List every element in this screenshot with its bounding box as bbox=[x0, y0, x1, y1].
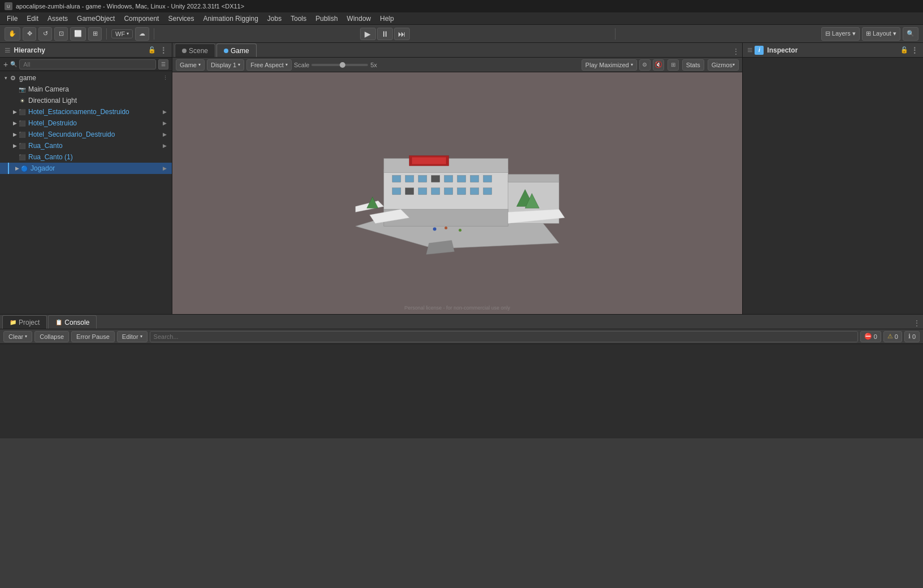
tree-item-rua-canto[interactable]: ▶ ⬛ Rua_Canto ▶ bbox=[0, 140, 172, 151]
warning-count-badge[interactable]: ⚠ 0 bbox=[883, 331, 902, 342]
play-maximized-arrow: ▾ bbox=[631, 62, 633, 67]
menu-services[interactable]: Services bbox=[163, 12, 198, 24]
svg-rect-11 bbox=[470, 176, 479, 182]
menu-component[interactable]: Component bbox=[119, 12, 163, 24]
tree-item-hotel-dest[interactable]: ▶ ⬛ Hotel_Destruido ▶ bbox=[0, 117, 172, 129]
move-tool-btn[interactable]: ✥ bbox=[23, 27, 36, 41]
layout-btn[interactable]: ⊞ Layout ▾ bbox=[862, 27, 900, 41]
cloud-btn[interactable]: ☁ bbox=[135, 27, 149, 41]
view-tabs-menu[interactable]: ⋮ bbox=[732, 47, 740, 56]
scale-tool-btn[interactable]: ⊡ bbox=[54, 27, 68, 41]
rotate-tool-btn[interactable]: ↺ bbox=[38, 27, 52, 41]
console-tab[interactable]: 📋 Console bbox=[48, 315, 97, 329]
info-count-badge[interactable]: ℹ 0 bbox=[904, 331, 920, 342]
menu-publish[interactable]: Publish bbox=[311, 12, 342, 24]
tree-item-main-camera[interactable]: 📷 Main Camera bbox=[0, 84, 172, 95]
tree-options-game[interactable]: ⋮ bbox=[163, 75, 170, 81]
bottom-tabs-menu[interactable]: ⋮ bbox=[913, 319, 921, 328]
display-btn[interactable]: Display 1 ▾ bbox=[207, 59, 244, 71]
aspect-btn[interactable]: Free Aspect ▾ bbox=[246, 59, 292, 71]
tree-item-hotel-est[interactable]: ▶ ⬛ Hotel_Estacionamento_Destruido ▶ bbox=[0, 106, 172, 117]
stats-btn[interactable]: Stats bbox=[682, 59, 704, 71]
play-controls: ▶ ⏸ ⏭ bbox=[360, 28, 410, 40]
bottom-tabs: 📁 Project 📋 Console ⋮ bbox=[0, 315, 923, 329]
tree-item-rua-canto-1[interactable]: ⬛ Rua_Canto (1) bbox=[0, 151, 172, 163]
expand-hotel-est[interactable]: ▶ bbox=[163, 109, 170, 115]
light-icon: ☀ bbox=[18, 97, 26, 104]
menu-file[interactable]: File bbox=[2, 12, 22, 24]
main-layout: ≡ Hierarchy 🔓 ⋮ + 🔍 ☰ ▾ ⚙ game ⋮ 📷 Main … bbox=[0, 43, 923, 314]
layers-btn[interactable]: ⊟ Layers ▾ bbox=[821, 27, 860, 41]
inspector-drag-handle[interactable]: ≡ bbox=[747, 46, 752, 55]
grid-icon[interactable]: ⊞ bbox=[668, 59, 679, 71]
menu-jobs[interactable]: Jobs bbox=[263, 12, 286, 24]
menu-edit[interactable]: Edit bbox=[22, 12, 43, 24]
scale-slider-track[interactable] bbox=[311, 64, 368, 66]
editor-btn[interactable]: Editor ▾ bbox=[117, 331, 148, 342]
menu-bar: File Edit Assets GameObject Component Se… bbox=[0, 12, 923, 25]
wf-dropdown[interactable]: WF ▾ bbox=[111, 29, 133, 38]
hierarchy-options-btn[interactable]: ☰ bbox=[158, 59, 168, 69]
add-btn[interactable]: + bbox=[3, 60, 8, 69]
menu-assets[interactable]: Assets bbox=[43, 12, 72, 24]
transform-tool-btn[interactable]: ⊞ bbox=[88, 27, 102, 41]
expand-hotel-dest[interactable]: ▶ bbox=[163, 120, 170, 126]
gizmos-btn[interactable]: Gizmos ▾ bbox=[708, 59, 739, 71]
console-counts: ⛔ 0 ⚠ 0 ℹ 0 bbox=[860, 331, 920, 342]
hierarchy-search-input[interactable] bbox=[19, 59, 156, 69]
play-button[interactable]: ▶ bbox=[360, 28, 376, 40]
hierarchy-menu-icon[interactable]: ⋮ bbox=[159, 46, 167, 55]
tree-item-hotel-sec[interactable]: ▶ ⬛ Hotel_Secundario_Destruido ▶ bbox=[0, 129, 172, 140]
step-button[interactable]: ⏭ bbox=[394, 28, 410, 40]
tree-item-dir-light[interactable]: ☀ Directional Light bbox=[0, 95, 172, 106]
error-pause-btn[interactable]: Error Pause bbox=[71, 331, 115, 342]
inspector-lock-icon[interactable]: 🔓 bbox=[900, 46, 908, 54]
settings-icon[interactable]: ⚙ bbox=[639, 59, 651, 71]
project-tab[interactable]: 📁 Project bbox=[2, 315, 47, 329]
gizmos-label: Gizmos bbox=[712, 62, 733, 68]
rect-tool-btn[interactable]: ⬜ bbox=[70, 27, 86, 41]
game-tab[interactable]: Game bbox=[216, 43, 257, 57]
menu-tools[interactable]: Tools bbox=[286, 12, 311, 24]
tree-arrow-jogador: ▶ bbox=[14, 165, 20, 172]
menu-help[interactable]: Help bbox=[375, 12, 398, 24]
tree-item-jogador[interactable]: ▶ 🔵 Jogador ▶ bbox=[0, 163, 172, 174]
hierarchy-panel: ≡ Hierarchy 🔓 ⋮ + 🔍 ☰ ▾ ⚙ game ⋮ 📷 Main … bbox=[0, 43, 172, 314]
pause-button[interactable]: ⏸ bbox=[377, 28, 393, 40]
scene-tab[interactable]: Scene bbox=[175, 43, 215, 57]
game-label-btn[interactable]: Game ▾ bbox=[176, 59, 205, 71]
play-maximized-label: Play Maximized bbox=[586, 62, 629, 68]
mute-btn[interactable]: 🔇 bbox=[653, 59, 664, 71]
svg-rect-18 bbox=[457, 188, 466, 195]
hierarchy-lock-icon[interactable]: 🔓 bbox=[148, 46, 156, 54]
bottom-tabs-right: ⋮ bbox=[913, 319, 921, 329]
game-view-canvas[interactable]: Personal license - for non-commercial us… bbox=[172, 72, 742, 314]
inspector-title: Inspector bbox=[767, 46, 798, 54]
expand-jogador[interactable]: ▶ bbox=[163, 165, 170, 171]
expand-hotel-sec[interactable]: ▶ bbox=[163, 132, 170, 137]
info-count: 0 bbox=[912, 333, 916, 340]
inspector-menu-icon[interactable]: ⋮ bbox=[911, 46, 918, 55]
scale-slider-thumb[interactable] bbox=[340, 62, 345, 68]
toolbar-sep-3 bbox=[615, 28, 616, 40]
inspector-panel: ≡ i Inspector 🔓 ⋮ bbox=[742, 43, 923, 314]
clear-btn[interactable]: Clear ▾ bbox=[3, 331, 32, 342]
console-search-input[interactable] bbox=[150, 331, 858, 342]
play-maximized-btn[interactable]: Play Maximized ▾ bbox=[582, 59, 637, 71]
tree-item-game[interactable]: ▾ ⚙ game ⋮ bbox=[0, 72, 172, 84]
scene-tab-label: Scene bbox=[189, 47, 208, 55]
hierarchy-drag-handle[interactable]: ≡ bbox=[5, 45, 11, 55]
error-count-badge[interactable]: ⛔ 0 bbox=[860, 331, 881, 342]
menu-gameobject[interactable]: GameObject bbox=[72, 12, 119, 24]
menu-animation-rigging[interactable]: Animation Rigging bbox=[198, 12, 262, 24]
svg-rect-20 bbox=[483, 188, 492, 195]
editor-label: Editor bbox=[122, 333, 138, 340]
app-icon: U bbox=[5, 2, 12, 10]
expand-rua-canto[interactable]: ▶ bbox=[163, 143, 170, 149]
gizmos-arrow: ▾ bbox=[733, 62, 735, 67]
search-btn[interactable]: 🔍 bbox=[903, 27, 918, 41]
game-tab-label: Game bbox=[231, 47, 249, 55]
hand-tool-btn[interactable]: ✋ bbox=[5, 27, 20, 41]
collapse-btn[interactable]: Collapse bbox=[34, 331, 69, 342]
menu-window[interactable]: Window bbox=[343, 12, 376, 24]
